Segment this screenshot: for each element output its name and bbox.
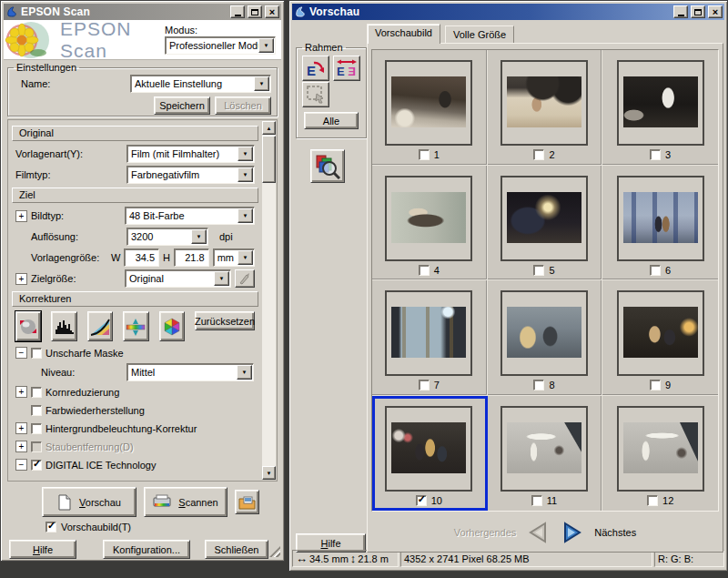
- zielgroesse-select[interactable]: Original ▼: [125, 269, 231, 288]
- close-button[interactable]: ×: [708, 5, 723, 18]
- color-palette-button[interactable]: [159, 311, 185, 341]
- marquee-frame-button[interactable]: [302, 82, 329, 107]
- thumbnail-cell-1[interactable]: 1: [372, 50, 488, 166]
- slide-frame[interactable]: [500, 176, 588, 261]
- bildtyp-select[interactable]: 48 Bit-Farbe ▼: [125, 207, 255, 225]
- thumbnail-photo-10[interactable]: [391, 422, 466, 473]
- chevron-down-icon[interactable]: ▼: [254, 76, 269, 91]
- thumbnail-checkbox-10[interactable]: ✓: [416, 495, 427, 506]
- settings-scrollbar[interactable]: ▲ ▼: [262, 121, 276, 480]
- chevron-down-icon[interactable]: ▼: [191, 229, 207, 244]
- thumbnail-checkbox-8[interactable]: [533, 380, 544, 390]
- slide-frame[interactable]: [617, 290, 704, 376]
- vorlagenart-select[interactable]: Film (mit Filmhalter) ▼: [126, 145, 255, 163]
- thumbnail-photo-11[interactable]: [507, 422, 581, 473]
- vorschau-titlebar[interactable]: Vorschau ×: [292, 4, 724, 20]
- schliessen-button[interactable]: Schließen: [205, 540, 268, 559]
- width-input[interactable]: 34.5: [124, 248, 159, 267]
- thumbnail-cell-8[interactable]: 8: [488, 280, 603, 396]
- auto-exposure-button[interactable]: [15, 311, 41, 341]
- slide-frame[interactable]: [617, 406, 704, 492]
- zielgroesse-lock-button[interactable]: [235, 269, 255, 288]
- thumbnail-checkbox-9[interactable]: [650, 380, 661, 390]
- height-input[interactable]: 21.8: [174, 248, 209, 267]
- scrollbar-thumb[interactable]: [262, 136, 276, 183]
- thumbnail-cell-9[interactable]: 9: [602, 280, 718, 396]
- slide-frame[interactable]: [385, 406, 472, 492]
- color-adjust-button[interactable]: [123, 311, 148, 341]
- konfiguration-button[interactable]: Konfiguration...: [103, 540, 190, 559]
- chevron-down-icon[interactable]: ▼: [238, 167, 253, 182]
- maximize-button[interactable]: [691, 5, 705, 18]
- thumbnail-cell-4[interactable]: 4: [372, 166, 488, 281]
- vorschaubild-checkbox[interactable]: ✓: [46, 522, 56, 532]
- slide-frame[interactable]: [385, 176, 472, 261]
- thumbnail-checkbox-6[interactable]: [650, 265, 661, 276]
- filmtyp-select[interactable]: Farbnegativfilm ▼: [126, 166, 255, 184]
- hilfe-button[interactable]: Hilfe: [9, 540, 76, 559]
- thumbnail-cell-7[interactable]: 7: [372, 280, 488, 396]
- thumbnail-photo-12[interactable]: [623, 422, 698, 473]
- tab-vorschaubild[interactable]: Vorschaubild: [367, 24, 440, 44]
- staub-expander[interactable]: +: [15, 441, 27, 452]
- tone-curve-button[interactable]: [87, 311, 113, 341]
- thumbnail-checkbox-4[interactable]: [419, 265, 430, 276]
- thumbnail-checkbox-7[interactable]: [419, 380, 430, 390]
- slide-frame[interactable]: [617, 60, 704, 146]
- close-button[interactable]: ×: [265, 5, 279, 18]
- next-arrow-button[interactable]: [560, 521, 585, 544]
- file-save-settings-button[interactable]: [235, 490, 259, 514]
- chevron-down-icon[interactable]: ▼: [237, 365, 252, 380]
- unit-select[interactable]: mm ▼: [213, 248, 255, 267]
- mirror-frame-button[interactable]: E E: [333, 56, 360, 81]
- name-select[interactable]: Aktuelle Einstellung ▼: [130, 75, 271, 93]
- modus-select[interactable]: Professioneller Modus ▼: [165, 36, 276, 55]
- zoom-button[interactable]: [310, 149, 345, 183]
- chevron-down-icon[interactable]: ▼: [238, 208, 253, 223]
- kornreduzierung-checkbox[interactable]: [31, 387, 42, 398]
- thumbnail-checkbox-12[interactable]: [647, 495, 658, 506]
- thumbnail-cell-12[interactable]: 12: [602, 396, 718, 512]
- minimize-button[interactable]: [230, 5, 245, 18]
- chevron-down-icon[interactable]: ▼: [258, 38, 274, 53]
- thumbnail-photo-3[interactable]: [623, 76, 698, 127]
- slide-frame[interactable]: [500, 60, 588, 146]
- thumbnail-photo-6[interactable]: [623, 192, 698, 243]
- speichern-button[interactable]: Speichern: [154, 96, 210, 115]
- thumbnail-checkbox-1[interactable]: [419, 149, 430, 160]
- thumbnail-checkbox-11[interactable]: [531, 495, 542, 506]
- thumbnail-cell-10[interactable]: ✓10: [372, 396, 488, 512]
- thumbnail-cell-3[interactable]: 3: [602, 50, 718, 166]
- chevron-down-icon[interactable]: ▼: [238, 250, 253, 265]
- maximize-button[interactable]: [248, 5, 262, 18]
- thumbnail-cell-5[interactable]: 5: [488, 166, 603, 281]
- hintergrund-checkbox[interactable]: [31, 423, 42, 434]
- aufloesung-select[interactable]: 3200 ▼: [126, 228, 208, 246]
- slide-frame[interactable]: [617, 176, 704, 261]
- thumbnail-photo-5[interactable]: [507, 192, 581, 243]
- tab-volle-groesse[interactable]: Volle Größe: [445, 25, 514, 44]
- slide-frame[interactable]: [385, 290, 472, 376]
- niveau-select[interactable]: Mittel ▼: [126, 363, 254, 381]
- minimize-button[interactable]: [673, 5, 688, 18]
- vorschau-button[interactable]: Vorschau: [42, 487, 136, 517]
- thumbnail-checkbox-2[interactable]: [533, 149, 544, 160]
- thumbnail-photo-9[interactable]: [623, 307, 698, 358]
- korn-expander[interactable]: +: [15, 386, 27, 398]
- zielgroesse-expander[interactable]: +: [15, 273, 27, 285]
- scannen-button[interactable]: Scannen: [144, 487, 228, 517]
- unscharfe-maske-checkbox[interactable]: [31, 348, 42, 359]
- loeschen-button[interactable]: Löschen: [215, 96, 271, 115]
- chevron-down-icon[interactable]: ▼: [238, 147, 253, 161]
- scroll-up-icon[interactable]: ▲: [262, 121, 276, 135]
- histogram-button[interactable]: [51, 311, 76, 341]
- digital-ice-checkbox[interactable]: ✓: [31, 460, 42, 471]
- slide-frame[interactable]: [385, 60, 472, 146]
- thumbnail-photo-1[interactable]: [391, 76, 466, 127]
- zuruecksetzen-button[interactable]: Zurücksetzen: [195, 311, 255, 330]
- thumbnail-cell-6[interactable]: 6: [602, 166, 718, 281]
- thumbnail-photo-4[interactable]: [391, 192, 466, 243]
- thumbnail-checkbox-5[interactable]: [533, 265, 544, 276]
- alle-button[interactable]: Alle: [304, 112, 359, 129]
- rotate-frame-button[interactable]: E: [302, 56, 329, 81]
